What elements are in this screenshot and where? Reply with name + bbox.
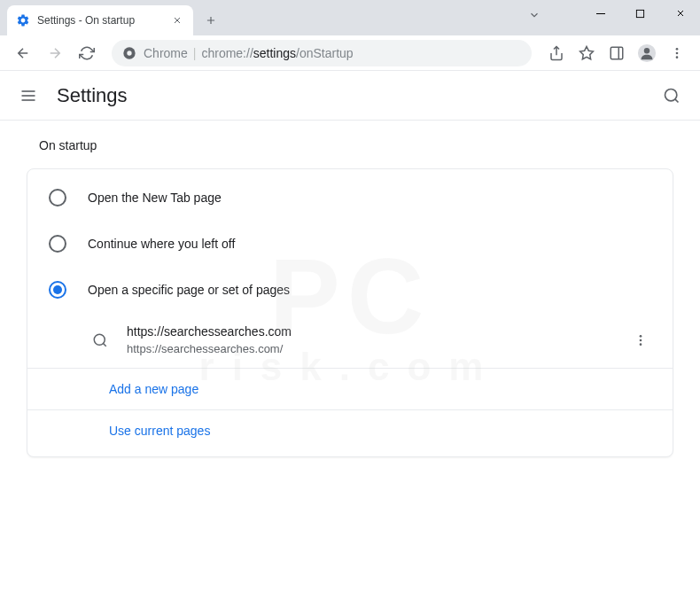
reload-button[interactable] — [73, 39, 101, 67]
add-new-page-link[interactable]: Add a new page — [109, 382, 198, 396]
svg-line-17 — [103, 343, 105, 346]
page-info: https://searchessearches.com https://sea… — [127, 323, 630, 357]
content-area: On startup Open the New Tab page Continu… — [0, 121, 700, 475]
hamburger-menu-icon[interactable] — [18, 85, 39, 106]
use-current-pages-row[interactable]: Use current pages — [27, 409, 673, 451]
svg-point-10 — [676, 56, 679, 58]
radio-icon-selected — [49, 281, 66, 299]
share-icon[interactable] — [542, 39, 571, 67]
forward-button[interactable] — [41, 39, 69, 67]
chrome-icon — [122, 46, 136, 60]
window-controls — [580, 0, 700, 27]
maximize-button[interactable] — [620, 0, 660, 27]
search-icon — [91, 331, 109, 349]
svg-rect-1 — [636, 10, 643, 17]
bookmark-icon[interactable] — [572, 39, 601, 67]
svg-point-3 — [127, 51, 131, 55]
svg-rect-4 — [611, 47, 623, 59]
startup-options-card: Open the New Tab page Continue where you… — [27, 168, 673, 457]
close-tab-icon[interactable] — [170, 13, 184, 27]
search-icon[interactable] — [661, 85, 682, 106]
use-current-pages-link[interactable]: Use current pages — [109, 424, 210, 438]
url-text: Chrome|chrome://settings/onStartup — [144, 46, 354, 60]
svg-point-16 — [94, 334, 105, 345]
svg-rect-0 — [596, 13, 605, 14]
page-title: Settings — [57, 84, 661, 107]
radio-icon — [49, 235, 66, 253]
browser-tab[interactable]: Settings - On startup — [7, 5, 193, 35]
settings-header: Settings — [0, 71, 700, 121]
side-panel-icon[interactable] — [603, 39, 631, 67]
toolbar: Chrome|chrome://settings/onStartup — [0, 35, 700, 71]
svg-point-7 — [644, 48, 649, 53]
section-title: On startup — [27, 138, 673, 152]
add-new-page-row[interactable]: Add a new page — [27, 368, 673, 409]
svg-point-14 — [665, 89, 677, 100]
close-window-button[interactable] — [660, 0, 700, 27]
new-tab-button[interactable] — [198, 8, 223, 33]
radio-icon — [49, 189, 66, 206]
back-button[interactable] — [9, 39, 37, 67]
gear-icon — [16, 13, 30, 27]
address-bar[interactable]: Chrome|chrome://settings/onStartup — [112, 40, 532, 66]
radio-label: Open a specific page or set of pages — [88, 283, 290, 297]
page-entry-url: https://searchessearches.com/ — [127, 341, 630, 357]
svg-point-20 — [640, 343, 642, 346]
profile-icon[interactable] — [633, 39, 661, 67]
svg-point-9 — [676, 51, 679, 54]
startup-page-item: https://searchessearches.com https://sea… — [27, 313, 673, 368]
radio-label: Continue where you left off — [88, 237, 235, 251]
svg-point-8 — [676, 48, 679, 51]
svg-point-19 — [640, 339, 642, 342]
minimize-button[interactable] — [580, 0, 620, 27]
menu-icon[interactable] — [663, 39, 691, 67]
chevron-down-icon[interactable] — [528, 9, 541, 21]
tab-title: Settings - On startup — [37, 14, 170, 27]
svg-point-18 — [640, 335, 642, 338]
titlebar: Settings - On startup — [0, 0, 700, 35]
radio-label: Open the New Tab page — [88, 191, 222, 205]
option-specific-pages[interactable]: Open a specific page or set of pages — [27, 267, 673, 313]
option-new-tab[interactable]: Open the New Tab page — [27, 175, 673, 221]
svg-line-15 — [675, 98, 679, 102]
option-continue[interactable]: Continue where you left off — [27, 221, 673, 267]
page-entry-title: https://searchessearches.com — [127, 323, 630, 341]
page-item-menu-icon[interactable] — [630, 330, 651, 351]
